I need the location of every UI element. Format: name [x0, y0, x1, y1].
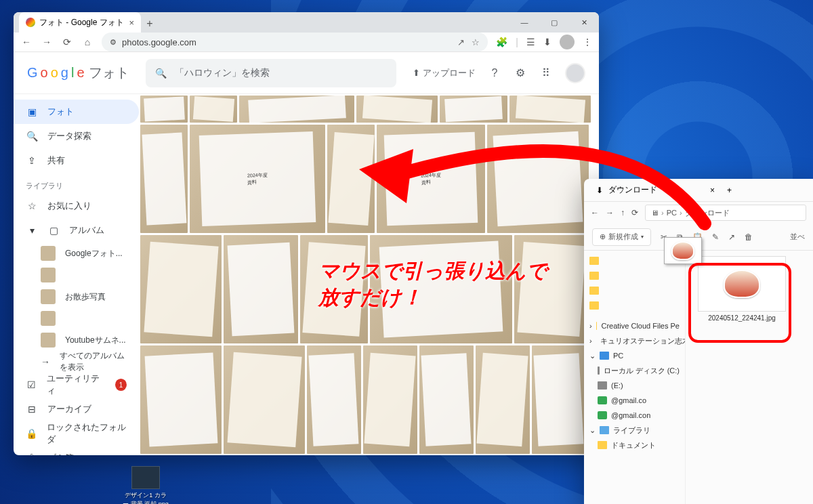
photo-thumb[interactable]: [363, 345, 417, 454]
explorer-navbar: ← → ↑ ⟳ 🖥› PC› ダウンロード: [584, 202, 813, 224]
search-input[interactable]: 🔍 「ハロウィン」を検索: [146, 59, 396, 87]
photo-thumb[interactable]: [224, 345, 305, 454]
photo-thumb[interactable]: [419, 345, 474, 454]
rename-icon[interactable]: ✎: [712, 232, 719, 242]
sidebar-album-item[interactable]: お散歩写真: [14, 286, 139, 308]
reload-icon[interactable]: ⟳: [631, 208, 638, 217]
url-box[interactable]: ⚙ photos.google.com ↗ ☆: [102, 33, 488, 51]
sidebar-album-item[interactable]: [14, 308, 139, 329]
new-tab-icon[interactable]: +: [727, 186, 732, 195]
browser-tab[interactable]: フォト - Google フォト ×: [19, 12, 141, 33]
reload-icon[interactable]: ⟳: [61, 37, 73, 47]
new-button[interactable]: ⊕新規作成▾: [592, 228, 651, 246]
bookmark-icon[interactable]: ☆: [472, 37, 480, 47]
back-icon[interactable]: ←: [591, 208, 599, 217]
up-icon[interactable]: ↑: [621, 208, 625, 217]
window-close-button[interactable]: ✕: [569, 12, 599, 33]
tree-item-library[interactable]: ⌄ ライブラリ: [585, 423, 684, 438]
sidebar: ▣フォト 🔍データ探索 ⇪共有 ライブラリ ☆お気に入り ▾▢アルバム Goog…: [14, 94, 139, 455]
sidebar-item-utilities[interactable]: ☑ユーティリティ1: [14, 373, 139, 397]
photo-thumb[interactable]: [190, 125, 325, 233]
settings-icon[interactable]: ⚙: [514, 66, 527, 79]
forward-icon[interactable]: →: [41, 37, 53, 47]
photo-thumb[interactable]: [476, 345, 530, 454]
breadcrumb[interactable]: 🖥› PC› ダウンロード: [645, 205, 806, 221]
tree-item[interactable]: › Creative Cloud Files Pe: [585, 318, 684, 333]
tree-item[interactable]: ドキュメント: [585, 438, 684, 453]
photo-thumb[interactable]: [327, 125, 375, 233]
google-photos-app: Google フォト 🔍 「ハロウィン」を検索 ⬆ アップロード ? ⚙ ⠿ ▣…: [14, 52, 599, 455]
share-icon[interactable]: ↗: [457, 37, 465, 47]
file-item[interactable]: 20240512_224241.jpg: [691, 256, 793, 322]
new-tab-button[interactable]: +: [141, 15, 159, 33]
share-icon[interactable]: ↗: [728, 232, 735, 242]
sidebar-album-item[interactable]: Youtubeサムネ...: [14, 329, 139, 351]
photo-thumb[interactable]: [224, 235, 298, 343]
photo-thumb[interactable]: [140, 125, 188, 233]
sidebar-item-archive[interactable]: ⊟アーカイブ: [14, 397, 139, 421]
account-avatar[interactable]: [565, 63, 585, 83]
sidebar-item-locked[interactable]: 🔒ロックされたフォルダ: [14, 421, 139, 446]
sidebar-item-sharing[interactable]: ⇪共有: [14, 148, 139, 173]
tab-close-icon[interactable]: ×: [129, 18, 134, 28]
photo-thumb[interactable]: [300, 235, 368, 343]
desktop-icon[interactable]: デザイン1 カラー 背景 返却.png: [122, 466, 169, 504]
album-thumb: [41, 311, 56, 326]
google-photos-logo[interactable]: Google フォト: [27, 64, 129, 82]
extension-icon[interactable]: 🧩: [496, 37, 507, 47]
sidebar-item-favorites[interactable]: ☆お気に入り: [14, 194, 139, 218]
sidebar-item-photos[interactable]: ▣フォト: [14, 100, 139, 124]
photo-thumb[interactable]: [239, 96, 354, 123]
back-icon[interactable]: ←: [20, 37, 33, 47]
tree-item-drive[interactable]: (E:): [585, 378, 684, 393]
site-info-icon[interactable]: ⚙: [110, 38, 117, 47]
menu-icon[interactable]: ⋮: [583, 37, 592, 47]
photo-thumb[interactable]: [190, 96, 237, 123]
apps-icon[interactable]: ⠿: [539, 66, 553, 79]
album-thumb: [41, 268, 56, 282]
photo-thumb[interactable]: [440, 96, 507, 123]
photo-thumb[interactable]: [140, 235, 222, 343]
close-icon[interactable]: ×: [710, 186, 715, 195]
sidebar-item-explore[interactable]: 🔍データ探索: [14, 124, 139, 148]
download-icon[interactable]: ⬇: [543, 37, 551, 47]
sidebar-album-item[interactable]: [14, 264, 139, 286]
help-icon[interactable]: ?: [488, 67, 501, 79]
albums-icon: ▢: [47, 225, 60, 236]
photo-thumb[interactable]: [140, 96, 188, 123]
photo-thumb[interactable]: [514, 235, 589, 343]
tree-item[interactable]: @gmail.co: [585, 393, 684, 408]
tree-item[interactable]: [585, 298, 684, 313]
window-minimize-button[interactable]: —: [509, 12, 539, 33]
explorer-files-pane[interactable]: 20240512_224241.jpg: [686, 251, 813, 504]
tree-item[interactable]: [585, 268, 684, 283]
tree-item[interactable]: › キュリオステーション志木店: [585, 333, 684, 348]
photo-thumb[interactable]: [356, 96, 438, 123]
photo-thumb[interactable]: [307, 345, 361, 454]
sidebar-item-albums[interactable]: ▾▢アルバム: [14, 218, 139, 243]
sort-button[interactable]: 並べ: [790, 232, 805, 242]
photo-thumb[interactable]: [377, 125, 485, 233]
profile-avatar[interactable]: [560, 35, 575, 49]
photo-thumb[interactable]: [487, 125, 589, 233]
sidebar-album-showall[interactable]: →すべてのアルバムを表示: [14, 351, 139, 373]
tree-item[interactable]: @gmail.con: [585, 408, 684, 423]
upload-button[interactable]: ⬆ アップロード: [413, 67, 476, 79]
forward-icon[interactable]: →: [606, 208, 614, 217]
tree-item[interactable]: [585, 283, 684, 298]
delete-icon[interactable]: 🗑: [745, 232, 753, 242]
photo-thumb[interactable]: [509, 96, 591, 123]
photo-thumb[interactable]: [140, 345, 222, 454]
home-icon[interactable]: ⌂: [81, 37, 93, 47]
photo-thumb[interactable]: [532, 345, 586, 454]
tree-item-pc[interactable]: ⌄ PC: [585, 348, 684, 363]
tree-item-drive[interactable]: ローカル ディスク (C:): [585, 363, 684, 378]
photo-thumb[interactable]: [370, 235, 512, 343]
photo-grid[interactable]: [139, 94, 599, 455]
sidebar-item-trash[interactable]: 🗑ゴミ箱: [14, 446, 139, 455]
window-maximize-button[interactable]: ▢: [539, 12, 569, 33]
explorer-tab[interactable]: ⬇ ダウンロード ×: [589, 184, 722, 196]
reading-list-icon[interactable]: ☰: [526, 37, 535, 47]
explore-icon: 🔍: [26, 131, 38, 142]
sidebar-album-item[interactable]: Googleフォト...: [14, 243, 139, 264]
